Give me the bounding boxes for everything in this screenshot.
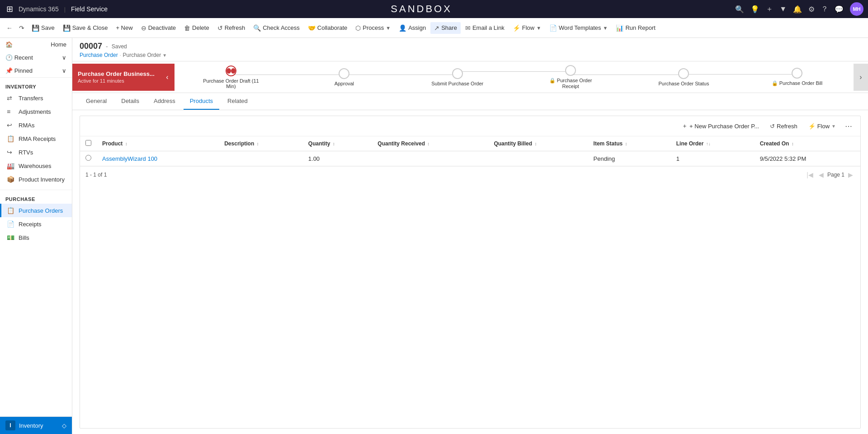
sidebar-recent[interactable]: 🕐 Recent ∨: [0, 51, 72, 64]
col-quantity-received[interactable]: Quantity Received ↕: [372, 136, 488, 151]
page-label: Page 1: [827, 172, 844, 178]
sidebar-item-bills[interactable]: 💵 Bills: [0, 231, 72, 244]
process-step-draft[interactable]: Purchase Order Draft (11 Min): [175, 65, 288, 89]
prev-page-button[interactable]: ◀: [817, 170, 826, 179]
next-page-button[interactable]: ▶: [846, 170, 855, 179]
new-purchase-order-button[interactable]: ＋ + New Purchase Order P...: [677, 120, 764, 132]
chat-icon[interactable]: 💬: [835, 5, 844, 14]
save-close-button[interactable]: 💾 Save & Close: [59, 22, 112, 34]
assign-button[interactable]: 👤 Assign: [395, 22, 429, 34]
run-report-button[interactable]: 📊 Run Report: [612, 22, 659, 34]
process-steps: Purchase Order Draft (11 Min) Approval S…: [175, 61, 854, 93]
flow-button[interactable]: ⚡ Flow ▼: [509, 22, 545, 34]
step-label-receipt: 🔒 Purchase Order Receipt: [541, 78, 600, 89]
share-icon: ↗: [434, 24, 439, 32]
line-order-sort-icon: ↑↓: [706, 141, 711, 146]
sidebar-item-purchase-orders[interactable]: 📋 Purchase Orders: [0, 204, 72, 217]
plus-icon[interactable]: ＋: [766, 5, 773, 14]
tab-related[interactable]: Related: [221, 93, 254, 110]
row-select-cell[interactable]: [80, 151, 97, 166]
sidebar-item-rtvs[interactable]: ↪ RTVs: [0, 145, 72, 159]
redo-button[interactable]: ↷: [16, 22, 27, 34]
check-access-button[interactable]: 🔍 Check Access: [250, 22, 303, 34]
process-button[interactable]: ⬡ Process ▼: [352, 22, 394, 34]
rmas-icon: ↩: [7, 121, 15, 129]
col-quantity[interactable]: Quantity ↕: [303, 136, 373, 151]
breadcrumb-type[interactable]: Purchase Order ▼: [123, 52, 167, 58]
email-link-button[interactable]: ✉ Email a Link: [462, 22, 508, 34]
col-product[interactable]: Product ↕: [97, 136, 219, 151]
sidebar-item-rmas[interactable]: ↩ RMAs: [0, 118, 72, 132]
col-created-on[interactable]: Created On ↕: [755, 136, 860, 151]
content-area: 00007 - Saved Purchase Order · Purchase …: [72, 38, 868, 434]
recent-chevron-icon: ∨: [62, 54, 66, 61]
process-step-status[interactable]: Purchase Order Status: [627, 68, 740, 86]
bell-icon[interactable]: 🔔: [793, 5, 802, 14]
select-all-header[interactable]: [80, 136, 97, 151]
lock-icon-bill: 🔒: [772, 80, 778, 86]
breadcrumb-entity[interactable]: Purchase Order: [80, 52, 118, 58]
search-icon[interactable]: 🔍: [735, 5, 744, 14]
tab-products[interactable]: Products: [184, 93, 219, 110]
sidebar-bottom[interactable]: I Inventory ◇: [0, 416, 72, 434]
sidebar-item-receipts[interactable]: 📄 Receipts: [0, 217, 72, 231]
tab-address[interactable]: Address: [147, 93, 182, 110]
share-button[interactable]: ↗ Share: [430, 22, 461, 34]
sidebar-item-transfers[interactable]: ⇄ Transfers: [0, 91, 72, 105]
process-step-receipt[interactable]: 🔒 Purchase Order Receipt: [514, 65, 627, 89]
flow-icon: ⚡: [513, 24, 520, 32]
subgrid-more-button[interactable]: ⋯: [842, 120, 855, 132]
process-nav-left[interactable]: ‹: [160, 64, 175, 91]
save-button[interactable]: 💾 Save: [28, 22, 58, 34]
avatar[interactable]: MH: [850, 2, 863, 16]
new-button[interactable]: + New: [112, 22, 136, 33]
process-step-approval[interactable]: Approval: [288, 68, 401, 86]
main-layout: 🏠 Home 🕐 Recent ∨ 📌 Pinned ∨ Inventory ⇄…: [0, 38, 868, 434]
first-page-button[interactable]: |◀: [805, 170, 815, 179]
process-nav-right[interactable]: ›: [854, 64, 868, 91]
collaborate-button[interactable]: 🤝 Collaborate: [304, 22, 351, 34]
deactivate-button[interactable]: ⊖ Deactivate: [137, 22, 179, 34]
lightbulb-icon[interactable]: 💡: [750, 5, 760, 14]
sidebar-item-rma-receipts[interactable]: 📋 RMA Receipts: [0, 132, 72, 145]
subgrid-flow-button[interactable]: ⚡ Flow ▼: [804, 121, 840, 132]
tab-details[interactable]: Details: [115, 93, 146, 110]
sidebar-home[interactable]: 🏠 Home: [0, 38, 72, 51]
item-status-sort-icon: ↕: [625, 141, 627, 146]
back-button[interactable]: ←: [4, 22, 15, 34]
col-quantity-billed[interactable]: Quantity Billed ↕: [488, 136, 588, 151]
process-dropdown-icon: ▼: [386, 25, 391, 31]
waffle-icon[interactable]: ⊞: [5, 2, 15, 16]
col-item-status[interactable]: Item Status ↕: [588, 136, 671, 151]
product-inventory-icon: 📦: [7, 176, 15, 183]
sidebar-pinned[interactable]: 📌 Pinned ∨: [0, 64, 72, 77]
select-all-checkbox[interactable]: [85, 140, 91, 146]
refresh-button[interactable]: ↺ Refresh: [214, 22, 249, 34]
filter-icon[interactable]: ▼: [779, 5, 787, 13]
description-cell: [219, 151, 303, 166]
col-description[interactable]: Description ↕: [219, 136, 303, 151]
col-line-order[interactable]: Line Order ↑↓: [671, 136, 755, 151]
process-step-bill[interactable]: 🔒 Purchase Order Bill: [741, 68, 854, 86]
sidebar-item-adjustments[interactable]: ≡ Adjustments: [0, 105, 72, 118]
gear-icon[interactable]: ⚙: [808, 5, 815, 14]
subgrid-toolbar: ＋ + New Purchase Order P... ↺ Refresh ⚡ …: [80, 116, 860, 136]
row-select-radio[interactable]: [85, 155, 91, 161]
word-templates-button[interactable]: 📄 Word Templates ▼: [546, 22, 611, 34]
item-status-cell: Pending: [588, 151, 671, 166]
delete-button[interactable]: 🗑 Delete: [180, 22, 213, 34]
save-close-icon: 💾: [63, 24, 71, 32]
step-circle-draft: [226, 65, 236, 76]
tab-general[interactable]: General: [80, 93, 113, 110]
process-step-submit[interactable]: Submit Purchase Order: [401, 68, 514, 86]
product-link[interactable]: AssemblyWizard 100: [102, 155, 157, 162]
description-sort-icon: ↕: [257, 141, 259, 146]
breadcrumb-chevron-icon: ▼: [162, 53, 167, 58]
sidebar-item-warehouses[interactable]: 🏭 Warehouses: [0, 159, 72, 173]
sidebar-item-product-inventory[interactable]: 📦 Product Inventory: [0, 173, 72, 186]
step-label-bill: 🔒 Purchase Order Bill: [772, 80, 822, 86]
question-icon[interactable]: ？: [821, 5, 828, 14]
subgrid-refresh-button[interactable]: ↺ Refresh: [765, 121, 802, 132]
warehouses-icon: 🏭: [7, 162, 15, 169]
step-circle-bill: [792, 68, 802, 79]
